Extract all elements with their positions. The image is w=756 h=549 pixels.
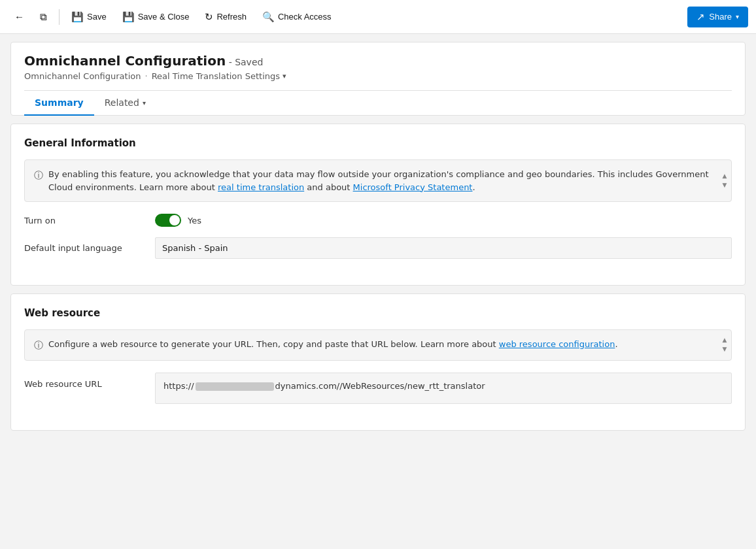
default-language-label: Default input language [24, 243, 155, 253]
turn-on-value: Yes [155, 214, 732, 227]
check-access-label: Check Access [278, 12, 332, 22]
entity-title: Omnichannel Configuration [24, 53, 226, 69]
turn-on-toggle[interactable] [155, 214, 181, 227]
tab-related[interactable]: Related ▾ [94, 91, 156, 116]
scroll-down-arrow[interactable]: ▼ [721, 182, 729, 190]
refresh-button[interactable]: ↻ Refresh [198, 7, 253, 27]
turn-on-row: Turn on Yes [24, 214, 732, 227]
url-value-container: https://dynamics.com//WebResources/new_r… [155, 373, 732, 404]
info-banner-end: . [472, 182, 475, 192]
breadcrumb-separator: · [145, 71, 147, 81]
check-access-icon: 🔍 [262, 11, 275, 23]
toolbar: ← ⧉ 💾 Save 💾 Save & Close ↻ Refresh 🔍 Ch… [0, 0, 756, 34]
page-title: Omnichannel Configuration - Saved [24, 53, 732, 69]
turn-on-label: Turn on [24, 216, 155, 225]
web-resource-info-icon: ⓘ [34, 339, 43, 352]
url-row: Web resource URL https://dynamics.com//W… [24, 373, 732, 404]
header-card: Omnichannel Configuration - Saved Omnich… [10, 42, 746, 116]
default-language-row: Default input language Spanish - Spain [24, 237, 732, 259]
general-information-section: General Information ⓘ By enabling this f… [10, 124, 746, 286]
main-content: Omnichannel Configuration - Saved Omnich… [0, 34, 756, 439]
web-resource-scroll-up-arrow[interactable]: ▲ [721, 337, 729, 344]
url-label: Web resource URL [24, 373, 155, 389]
info-banner-text: By enabling this feature, you acknowledg… [48, 168, 722, 193]
saved-status: - Saved [229, 57, 264, 67]
web-resource-banner-text: Configure a web resource to generate you… [48, 338, 722, 352]
url-suffix: dynamics.com//WebResources/new_rtt_trans… [275, 381, 485, 391]
default-language-field[interactable]: Spanish - Spain [155, 237, 732, 259]
tab-related-label: Related [105, 97, 139, 108]
url-blurred-segment [196, 382, 274, 391]
popout-icon: ⧉ [40, 11, 47, 23]
web-resource-config-link[interactable]: web resource configuration [499, 339, 615, 349]
tab-summary-label: Summary [35, 97, 84, 108]
tabs: Summary Related ▾ [24, 90, 732, 115]
breadcrumb: Omnichannel Configuration · Real Time Tr… [24, 71, 732, 81]
refresh-label: Refresh [216, 12, 247, 22]
toggle-container: Yes [155, 214, 732, 227]
general-information-title: General Information [24, 137, 732, 149]
save-close-label: Save & Close [138, 12, 190, 22]
share-button[interactable]: ↗ Share ▾ [687, 7, 748, 27]
back-icon: ← [14, 11, 24, 22]
save-label: Save [87, 12, 107, 22]
popout-button[interactable]: ⧉ [33, 7, 54, 27]
save-icon: 💾 [71, 11, 84, 23]
tab-related-chevron-icon: ▾ [143, 99, 146, 107]
web-resource-section: Web resource ⓘ Configure a web resource … [10, 293, 746, 431]
back-button[interactable]: ← [8, 7, 31, 26]
default-language-value-container: Spanish - Spain [155, 237, 732, 259]
web-resource-scroll-down-arrow[interactable]: ▼ [721, 346, 729, 354]
web-resource-banner-end: . [615, 339, 617, 349]
breadcrumb-parent[interactable]: Omnichannel Configuration [24, 71, 141, 81]
tab-summary[interactable]: Summary [24, 91, 94, 116]
share-label: Share [709, 12, 732, 22]
scroll-up-arrow[interactable]: ▲ [721, 173, 729, 180]
web-resource-info-banner: ⓘ Configure a web resource to generate y… [24, 329, 732, 361]
share-icon: ↗ [696, 11, 705, 23]
save-close-button[interactable]: 💾 Save & Close [116, 7, 196, 27]
web-resource-scroll-arrows: ▲ ▼ [721, 337, 729, 354]
save-close-icon: 💾 [122, 11, 135, 23]
url-prefix: https:// [163, 381, 194, 391]
web-resource-title: Web resource [24, 307, 732, 319]
info-icon: ⓘ [34, 169, 43, 193]
separator-1 [59, 9, 60, 25]
refresh-icon: ↻ [205, 11, 213, 23]
save-button[interactable]: 💾 Save [65, 7, 113, 27]
toggle-yes-label: Yes [188, 216, 201, 225]
share-chevron-icon: ▾ [736, 13, 739, 20]
breadcrumb-current: Real Time Translation Settings [152, 71, 280, 81]
scroll-arrows: ▲ ▼ [721, 173, 729, 190]
privacy-statement-link[interactable]: Microsoft Privacy Statement [353, 182, 473, 192]
check-access-button[interactable]: 🔍 Check Access [256, 7, 338, 27]
general-info-banner: ⓘ By enabling this feature, you acknowle… [24, 159, 732, 202]
breadcrumb-chevron-icon: ▾ [283, 72, 286, 80]
url-field[interactable]: https://dynamics.com//WebResources/new_r… [155, 373, 732, 404]
info-banner-mid: and about [304, 182, 352, 192]
breadcrumb-current-link[interactable]: Real Time Translation Settings ▾ [152, 71, 286, 81]
web-resource-banner-prefix: Configure a web resource to generate you… [48, 339, 499, 349]
real-time-translation-link[interactable]: real time translation [218, 182, 304, 192]
